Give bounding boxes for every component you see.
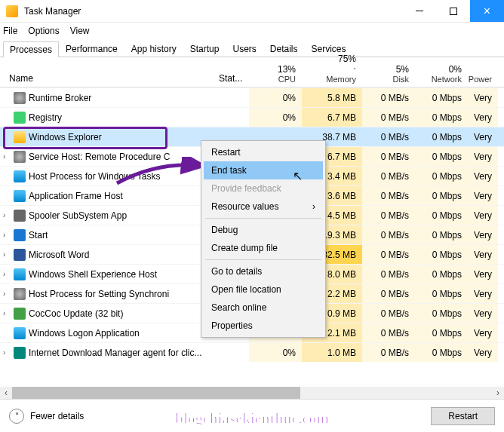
tab-users[interactable]: Users <box>226 41 263 57</box>
process-name: Windows Logon Application <box>29 328 140 339</box>
minimize-button[interactable] <box>402 0 436 22</box>
maximize-button[interactable] <box>436 0 470 22</box>
menu-view[interactable]: View <box>70 26 90 36</box>
scroll-left-icon[interactable]: ‹ <box>0 388 12 398</box>
header-memory[interactable]: 75%˅Memory <box>302 54 362 84</box>
cell-power: Very <box>468 167 498 185</box>
cell-disk: 0 MB/s <box>362 147 415 166</box>
process-icon <box>14 249 26 261</box>
process-icon <box>14 210 26 222</box>
cell-memory: 6.7 MB <box>302 108 362 127</box>
menubar: File Options View <box>0 23 504 39</box>
window-controls: × <box>402 0 504 22</box>
ctx-search-online[interactable]: Search online <box>204 299 323 317</box>
cell-disk: 0 MB/s <box>362 108 415 127</box>
cell-disk: 0 MB/s <box>362 245 415 264</box>
tab-app-history[interactable]: App history <box>124 41 183 57</box>
process-icon <box>14 288 26 300</box>
ctx-restart[interactable]: Restart <box>204 143 323 161</box>
cell-disk: 0 MB/s <box>362 88 415 107</box>
cell-disk: 0 MB/s <box>362 167 415 185</box>
process-name: Start <box>29 230 48 241</box>
ctx-open-file-location[interactable]: Open file location <box>204 280 323 299</box>
process-name: Host Process for Setting Synchroni <box>29 289 169 299</box>
cell-status <box>219 88 249 107</box>
cell-power: Very <box>468 147 498 166</box>
ctx-go-to-details[interactable]: Go to details <box>204 262 323 280</box>
cell-disk: 0 MB/s <box>362 127 415 146</box>
cell-disk: 0 MB/s <box>362 186 415 205</box>
expand-icon[interactable]: › <box>3 290 11 298</box>
ctx-debug[interactable]: Debug <box>204 221 323 239</box>
scroll-right-icon[interactable]: › <box>492 388 504 398</box>
tab-performance[interactable]: Performance <box>59 41 124 57</box>
ctx-resource-values[interactable]: Resource values› <box>204 198 323 216</box>
process-row[interactable]: Registry0%6.7 MB0 MB/s0 MbpsVery <box>0 107 504 127</box>
cell-network: 0 Mbps <box>415 167 468 185</box>
process-icon <box>14 151 26 163</box>
cell-network: 0 Mbps <box>415 304 468 323</box>
header-name[interactable]: Name <box>0 73 219 84</box>
cell-network: 0 Mbps <box>415 108 468 127</box>
cell-power: Very <box>468 265 498 283</box>
cell-power: Very <box>468 245 498 264</box>
expand-icon[interactable]: › <box>3 309 11 317</box>
chevron-right-icon: › <box>312 201 315 212</box>
fewer-details-toggle[interactable]: ˄ Fewer details <box>9 409 84 424</box>
process-name: Host Process for Windows Tasks <box>29 171 161 182</box>
cell-power: Very <box>468 323 498 342</box>
context-menu: Restart End task Provide feedback Resour… <box>201 140 326 338</box>
expand-icon[interactable]: › <box>3 250 11 259</box>
process-icon <box>14 308 26 320</box>
cell-network: 0 Mbps <box>415 323 468 342</box>
cell-disk: 0 MB/s <box>362 323 415 342</box>
ctx-properties[interactable]: Properties <box>204 317 323 335</box>
cell-disk: 0 MB/s <box>362 284 415 303</box>
process-icon <box>14 92 26 104</box>
process-row[interactable]: ›Internet Download Manager agent for cli… <box>0 342 504 362</box>
cell-status <box>219 343 249 362</box>
cell-disk: 0 MB/s <box>362 265 415 283</box>
process-name: Internet Download Manager agent for clic… <box>29 348 201 358</box>
process-icon <box>14 131 26 143</box>
expand-icon[interactable]: › <box>3 270 11 278</box>
cell-network: 0 Mbps <box>415 245 468 264</box>
ctx-end-task[interactable]: End task <box>204 161 323 179</box>
process-row[interactable]: Runtime Broker0%5.8 MB0 MB/s0 MbpsVery <box>0 87 504 107</box>
process-name: Service Host: Remote Procedure C <box>29 152 170 162</box>
scrollbar-thumb[interactable] <box>12 387 300 399</box>
menu-options[interactable]: Options <box>28 26 59 36</box>
expand-icon[interactable]: › <box>3 231 11 239</box>
cell-power: Very <box>468 206 498 225</box>
header-disk[interactable]: 5%Disk <box>362 64 415 84</box>
header-power[interactable]: Power <box>468 75 498 84</box>
close-button[interactable]: × <box>470 0 504 22</box>
process-icon <box>14 268 26 280</box>
cell-network: 0 Mbps <box>415 88 468 107</box>
header-status[interactable]: Stat... <box>219 73 249 84</box>
expand-icon[interactable]: › <box>3 152 11 161</box>
menu-file[interactable]: File <box>3 26 17 36</box>
expand-icon[interactable]: › <box>3 348 11 357</box>
cell-disk: 0 MB/s <box>362 225 415 244</box>
fewer-details-label: Fewer details <box>30 411 84 421</box>
cell-power: Very <box>468 127 498 146</box>
ctx-provide-feedback: Provide feedback <box>204 179 323 198</box>
expand-icon[interactable]: › <box>3 211 11 219</box>
cell-network: 0 Mbps <box>415 225 468 244</box>
cell-power: Very <box>468 108 498 127</box>
cell-power: Very <box>468 343 498 362</box>
tab-details[interactable]: Details <box>263 41 305 57</box>
cell-network: 0 Mbps <box>415 265 468 283</box>
process-name: Application Frame Host <box>29 191 123 201</box>
horizontal-scrollbar[interactable]: ‹ › <box>0 387 504 399</box>
header-cpu[interactable]: 13%CPU <box>249 64 302 84</box>
task-manager-icon <box>6 5 18 17</box>
ctx-create-dump[interactable]: Create dump file <box>204 239 323 257</box>
cell-memory: 1.0 MB <box>302 343 362 362</box>
header-network[interactable]: 0%Network <box>415 64 468 84</box>
tab-processes[interactable]: Processes <box>3 41 59 57</box>
restart-button[interactable]: Restart <box>431 407 495 425</box>
process-icon <box>14 347 26 359</box>
tab-startup[interactable]: Startup <box>183 41 226 57</box>
